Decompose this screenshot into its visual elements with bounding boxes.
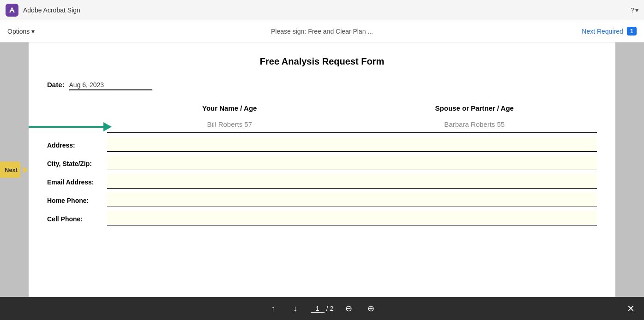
- arrow-and-col1: Bill Roberts 57: [107, 120, 352, 133]
- green-arrow-container: [29, 122, 112, 131]
- home-phone-row: Home Phone:: [47, 192, 597, 209]
- scroll-down-button[interactable]: ↓: [289, 302, 302, 315]
- next-arrow-icon: [23, 166, 28, 173]
- address-row: Address:: [47, 137, 597, 154]
- page-indicator: / 2: [311, 305, 334, 313]
- help-chevron: ▾: [635, 6, 638, 14]
- col2-value: Barbara Roberts 55: [352, 120, 597, 133]
- col1-header: Your Name / Age: [107, 104, 352, 112]
- names-values-row: Bill Roberts 57 Barbara Roberts 55: [47, 120, 597, 133]
- next-required-button[interactable]: Next Required 1: [582, 27, 637, 36]
- city-label: City, State/Zip:: [47, 160, 107, 167]
- city-row: City, State/Zip:: [47, 155, 597, 172]
- date-label: Date:: [47, 81, 65, 89]
- col1-value: Bill Roberts 57: [107, 120, 352, 133]
- document-title: Please sign: Free and Clear Plan ...: [271, 28, 373, 35]
- cell-phone-input[interactable]: [107, 211, 597, 225]
- col2-header: Spouse or Partner / Age: [352, 104, 597, 112]
- help-button[interactable]: ? ▾: [631, 6, 638, 14]
- cell-phone-label: Cell Phone:: [47, 215, 107, 223]
- toolbar: Options ▾ Please sign: Free and Clear Pl…: [0, 20, 644, 42]
- email-row: Email Address:: [47, 174, 597, 190]
- next-label: Next: [5, 166, 18, 173]
- next-button[interactable]: Next: [0, 162, 20, 178]
- close-button[interactable]: ✕: [627, 303, 635, 314]
- col2-header-cell: Spouse or Partner / Age: [352, 104, 597, 116]
- page-separator: /: [326, 305, 328, 312]
- city-input[interactable]: [107, 155, 597, 170]
- email-label: Email Address:: [47, 178, 107, 186]
- help-icon: ?: [631, 6, 634, 14]
- total-pages: 2: [330, 305, 334, 312]
- bottom-toolbar: ↑ ↓ / 2 ⊖ ⊕ ✕: [0, 297, 644, 320]
- form-fields: Address: City, State/Zip: Email Address:…: [47, 137, 597, 227]
- scroll-up-button[interactable]: ↑: [266, 302, 280, 315]
- cell-phone-row: Cell Phone:: [47, 211, 597, 227]
- current-page-input[interactable]: [311, 305, 325, 313]
- arrow-line: [29, 126, 103, 128]
- col1-header-cell: Your Name / Age: [107, 104, 352, 116]
- app-title: Adobe Acrobat Sign: [23, 6, 631, 14]
- form-title: Free Analysis Request Form: [47, 56, 597, 67]
- zoom-in-button[interactable]: ⊕: [364, 302, 378, 315]
- options-label: Options: [7, 28, 30, 35]
- options-button[interactable]: Options ▾: [7, 28, 35, 35]
- app-icon: [6, 4, 18, 17]
- col2-value-container: Barbara Roberts 55: [352, 120, 597, 133]
- main-area: Next Free Analysis Request Form Date: Au…: [0, 42, 644, 297]
- address-label: Address:: [47, 142, 107, 149]
- address-input[interactable]: [107, 137, 597, 152]
- home-phone-input[interactable]: [107, 192, 597, 207]
- zoom-out-button[interactable]: ⊖: [342, 302, 355, 315]
- right-sidebar: [615, 42, 644, 297]
- next-required-label: Next Required: [582, 28, 623, 35]
- date-row: Date: Aug 6, 2023: [47, 81, 597, 90]
- left-sidebar: Next: [0, 42, 29, 297]
- document-area[interactable]: Free Analysis Request Form Date: Aug 6, …: [29, 42, 615, 297]
- date-value: Aug 6, 2023: [69, 81, 152, 90]
- next-required-badge: 1: [627, 27, 637, 36]
- email-input[interactable]: [107, 174, 597, 189]
- home-phone-label: Home Phone:: [47, 197, 107, 204]
- title-bar: Adobe Acrobat Sign ? ▾: [0, 0, 644, 20]
- names-header-row: Your Name / Age Spouse or Partner / Age: [47, 104, 597, 116]
- options-chevron: ▾: [31, 28, 35, 35]
